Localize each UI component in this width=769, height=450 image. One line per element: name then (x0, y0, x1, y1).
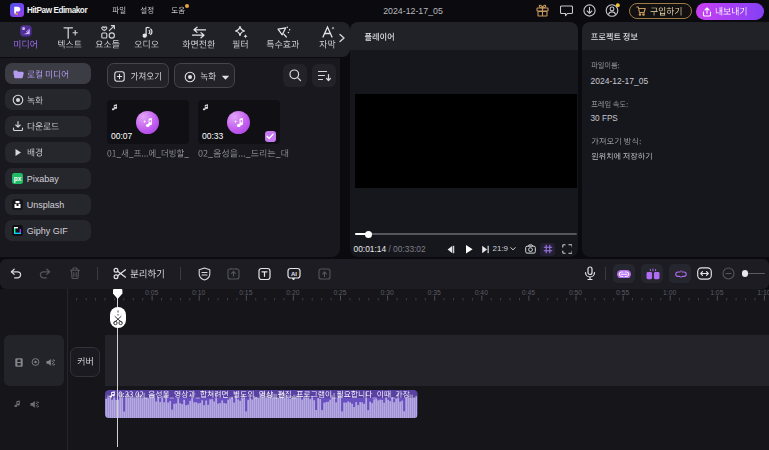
svg-text:px: px (14, 175, 22, 183)
svg-text:AI: AI (291, 270, 297, 276)
